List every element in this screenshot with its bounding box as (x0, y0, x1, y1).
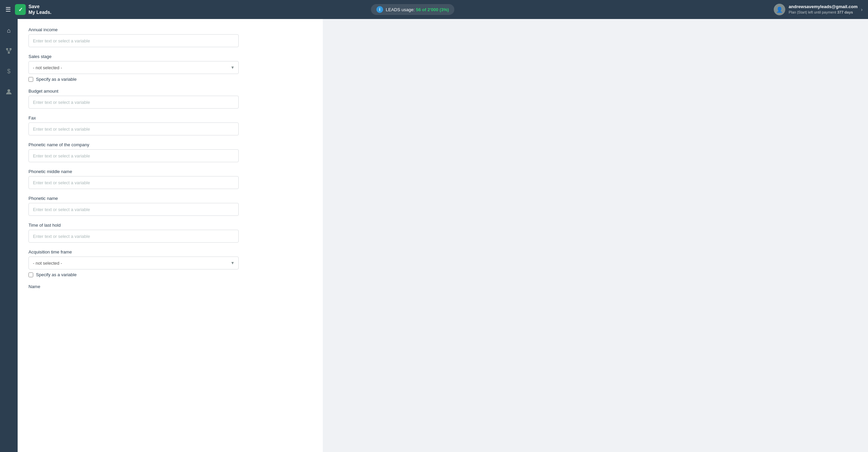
user-email: andrewsavemyleads@gmail.com (789, 4, 857, 10)
field-time-last-hold: Time of last hold (28, 223, 312, 243)
phonetic-name-input[interactable] (28, 203, 239, 216)
sidebar-item-billing[interactable]: $ (3, 65, 15, 77)
field-fax: Fax (28, 115, 312, 135)
phonetic-middle-input[interactable] (28, 176, 239, 189)
info-icon: i (376, 6, 383, 13)
sales-stage-label: Sales stage (28, 54, 312, 59)
form-container: Annual income Sales stage - not selected… (18, 19, 323, 452)
leads-count: 56 of 2'000 (3%) (416, 7, 449, 12)
hamburger-menu[interactable]: ☰ (5, 6, 11, 13)
sidebar-item-profile[interactable] (3, 86, 15, 98)
field-phonetic-name: Phonetic name (28, 196, 312, 216)
sales-stage-variable-label: Specify as a variable (36, 77, 77, 82)
main-content: Annual income Sales stage - not selected… (18, 19, 753, 452)
svg-rect-0 (6, 48, 8, 50)
phonetic-name-label: Phonetic name (28, 196, 312, 201)
acquisition-time-select[interactable]: - not selected - (28, 257, 239, 269)
acquisition-time-variable-checkbox[interactable] (28, 272, 33, 277)
svg-rect-2 (8, 52, 10, 54)
sales-stage-variable-checkbox[interactable] (28, 77, 33, 82)
logo-text: Save My Leads. (28, 4, 52, 15)
acquisition-time-variable-row: Specify as a variable (28, 272, 312, 277)
time-last-hold-input[interactable] (28, 230, 239, 243)
field-phonetic-middle: Phonetic middle name (28, 169, 312, 189)
svg-point-7 (7, 89, 10, 92)
leads-usage-widget: i LEADS usage: 56 of 2'000 (3%) (371, 4, 454, 15)
svg-rect-1 (9, 48, 12, 50)
annual-income-input[interactable] (28, 34, 239, 47)
phonetic-company-label: Phonetic name of the company (28, 142, 312, 147)
top-header: ☰ ✓ Save My Leads. i LEADS usage: 56 of … (0, 0, 868, 19)
fax-input[interactable] (28, 123, 239, 135)
name-label: Name (28, 284, 312, 289)
header-chevron-icon[interactable]: › (861, 7, 863, 12)
header-right: 👤 andrewsavemyleads@gmail.com Plan |Star… (774, 4, 863, 15)
acquisition-time-variable-label: Specify as a variable (36, 272, 77, 277)
budget-amount-label: Budget amount (28, 89, 312, 94)
sidebar: ⌂ $ (0, 19, 18, 452)
field-annual-income: Annual income (28, 27, 312, 47)
field-budget-amount: Budget amount (28, 89, 312, 109)
sales-stage-variable-row: Specify as a variable (28, 77, 312, 82)
header-left: ☰ ✓ Save My Leads. (5, 4, 52, 15)
sales-stage-select[interactable]: - not selected - (28, 61, 239, 74)
budget-amount-input[interactable] (28, 96, 239, 109)
field-name: Name (28, 284, 312, 289)
user-info: andrewsavemyleads@gmail.com Plan |Start|… (789, 4, 857, 15)
field-sales-stage: Sales stage - not selected - ▼ Specify a… (28, 54, 312, 82)
phonetic-company-input[interactable] (28, 149, 239, 162)
user-avatar: 👤 (774, 4, 785, 15)
right-panel (753, 19, 868, 452)
logo: ✓ Save My Leads. (15, 4, 52, 15)
acquisition-time-label: Acquisition time frame (28, 249, 312, 255)
fax-label: Fax (28, 115, 312, 120)
field-acquisition-time: Acquisition time frame - not selected - … (28, 249, 312, 277)
sales-stage-select-wrapper: - not selected - ▼ (28, 61, 239, 74)
acquisition-time-select-wrapper: - not selected - ▼ (28, 257, 239, 269)
leads-usage-text: LEADS usage: 56 of 2'000 (3%) (386, 7, 449, 12)
logo-icon: ✓ (15, 4, 26, 15)
phonetic-middle-label: Phonetic middle name (28, 169, 312, 174)
user-plan: Plan |Start| left until payment 377 days (789, 10, 857, 15)
sidebar-item-connections[interactable] (3, 45, 15, 57)
time-last-hold-label: Time of last hold (28, 223, 312, 228)
annual-income-label: Annual income (28, 27, 312, 32)
main-layout: ⌂ $ Annual income (0, 19, 868, 452)
sidebar-item-home[interactable]: ⌂ (3, 24, 15, 37)
field-phonetic-company: Phonetic name of the company (28, 142, 312, 162)
